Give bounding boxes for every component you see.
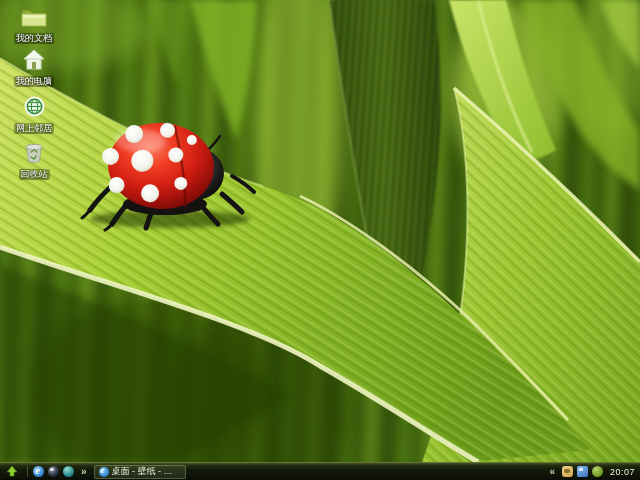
desktop-screen: 我的文档 我的电脑 网上邻居 — [0, 0, 640, 480]
network-places-label: 网上邻居 — [14, 123, 54, 134]
quicklaunch-more-chevron[interactable]: » — [81, 466, 87, 477]
wallpaper-grass-ladybug — [0, 0, 640, 462]
desktop-icon-network-places[interactable]: 网上邻居 — [6, 93, 62, 135]
tray-icon-blue-app[interactable] — [577, 466, 588, 477]
network-globe-icon[interactable] — [6, 93, 62, 117]
tray-icon-green-app[interactable] — [592, 466, 603, 477]
start-button[interactable] — [0, 464, 24, 480]
task-button-label: 桌面 - 壁纸 - 桌酷... — [112, 465, 181, 478]
taskbar-clock[interactable]: 20:07 — [610, 467, 635, 477]
start-sprout-icon — [5, 465, 19, 478]
desktop-icon-recycle-bin[interactable]: 回收站 — [6, 139, 62, 181]
desktop-icon-my-computer[interactable]: 我的电脑 — [6, 46, 62, 88]
internet-explorer-icon — [99, 467, 109, 477]
recycle-bin-label: 回收站 — [19, 169, 50, 180]
taskbar-separator — [27, 466, 28, 477]
my-documents-label: 我的文档 — [14, 33, 54, 44]
taskbar: » 桌面 - 壁纸 - 桌酷... « 20:07 — [0, 462, 640, 480]
task-button-browser-window[interactable]: 桌面 - 壁纸 - 桌酷... — [94, 465, 186, 479]
quicklaunch-internet-explorer-icon[interactable] — [33, 466, 44, 477]
tray-collapse-chevron[interactable]: « — [549, 466, 555, 477]
my-computer-house-icon[interactable] — [6, 46, 62, 70]
tray-icon-yellow-app[interactable] — [562, 466, 573, 477]
quicklaunch-messenger-icon[interactable] — [63, 466, 74, 477]
desktop-icon-my-documents[interactable]: 我的文档 — [6, 3, 62, 45]
ladybug-image — [80, 118, 256, 232]
quicklaunch-sphere-icon[interactable] — [48, 466, 59, 477]
recycle-bin-icon[interactable] — [6, 139, 62, 163]
system-tray: « 20:07 — [546, 466, 640, 477]
quick-launch-bar: » — [33, 466, 90, 477]
my-documents-folder-icon[interactable] — [6, 3, 62, 27]
my-computer-label: 我的电脑 — [14, 76, 54, 87]
